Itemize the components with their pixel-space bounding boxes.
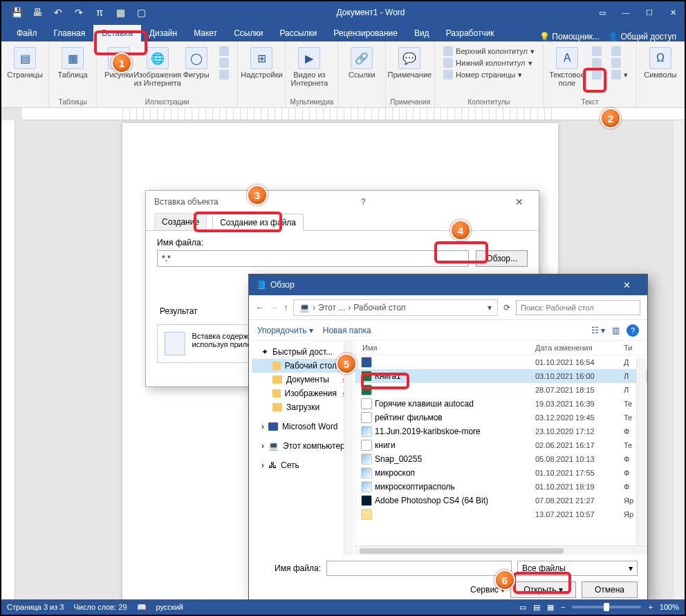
desktop-item[interactable]: Рабочий стол📌	[252, 359, 352, 373]
zoom-in-icon[interactable]: +	[648, 603, 652, 611]
shapes-button[interactable]: ◯Фигуры	[178, 44, 214, 79]
file-row[interactable]: микроскоптирасполь01.10.2021 18:19Ф	[355, 480, 647, 494]
screenshot-icon[interactable]: ▢	[131, 3, 151, 22]
close-icon[interactable]: ✕	[613, 280, 640, 290]
tab-create-from-file[interactable]: Создание из файла	[212, 214, 304, 231]
word-count[interactable]: Число слов: 29	[73, 603, 127, 611]
maximize-icon[interactable]: ☐	[638, 1, 661, 24]
new-folder-button[interactable]: Новая папка	[323, 326, 371, 335]
this-pc-item[interactable]: ›💻Этот компьютер	[252, 439, 352, 453]
view-options-icon[interactable]: ☷ ▾	[591, 326, 605, 335]
read-mode-icon[interactable]: ▭	[519, 603, 526, 612]
text-box-button[interactable]: AТекстовое поле	[548, 44, 586, 87]
smartart-button[interactable]	[216, 46, 232, 57]
screenshot-button[interactable]	[216, 69, 232, 80]
breadcrumb[interactable]: 💻›Этот ...›Рабочий стол▾	[293, 299, 498, 316]
comment-button[interactable]: 💬Примечание	[390, 44, 429, 79]
tree-scrollbar[interactable]	[344, 341, 353, 555]
tools-button[interactable]: Сервис ▾	[470, 585, 505, 595]
tell-me[interactable]: 💡 Помощник...	[539, 32, 600, 41]
file-scrollbar[interactable]	[636, 357, 646, 545]
tab-home[interactable]: Главная	[46, 25, 94, 41]
forward-icon[interactable]: →	[270, 303, 278, 312]
tab-review[interactable]: Рецензирование	[325, 25, 406, 41]
tab-developer[interactable]: Разработчик	[438, 25, 503, 41]
addins-button[interactable]: ⊞Надстройки	[242, 44, 281, 79]
minimize-icon[interactable]: —	[614, 1, 638, 24]
pictures-item[interactable]: Изображения📌	[252, 386, 352, 400]
file-list-header[interactable]: ИмяДата измененияТи	[355, 341, 647, 355]
browse-button[interactable]: Обзор...	[476, 250, 528, 267]
online-video-button[interactable]: ▶Видео из Интернета	[290, 44, 328, 87]
file-row[interactable]: Snap_0025505.08.2021 10:13Ф	[355, 452, 647, 466]
cancel-button[interactable]: Отмена	[582, 581, 638, 598]
share-button[interactable]: 👤 Общий доступ	[608, 32, 676, 41]
online-pictures-button[interactable]: 🌐Изображения из Интернета	[138, 44, 177, 87]
date-button[interactable]	[609, 57, 631, 68]
tab-create-new[interactable]: Создание	[154, 213, 207, 230]
page-number-button[interactable]: Номер страницы▾	[441, 69, 537, 80]
file-type-select[interactable]: Все файлы▾	[517, 561, 638, 576]
zoom-level[interactable]: 100%	[660, 603, 679, 611]
downloads-item[interactable]: Загрузки	[252, 400, 352, 414]
tab-view[interactable]: Вид	[406, 25, 438, 41]
close-icon[interactable]: ✕	[508, 196, 530, 207]
pages-button[interactable]: ▤Страницы	[6, 44, 44, 79]
object-button[interactable]: ▾	[609, 69, 631, 80]
filename-input[interactable]	[326, 561, 512, 576]
organize-button[interactable]: Упорядочить ▾	[257, 326, 313, 335]
filename-input[interactable]	[157, 250, 469, 267]
language-indicator[interactable]: русский	[156, 603, 183, 611]
equation-icon[interactable]: π	[90, 3, 109, 22]
preview-pane-icon[interactable]: ▥	[612, 326, 620, 335]
file-row[interactable]: Книга103.10.2021 16:00Л	[355, 369, 647, 383]
spell-check-icon[interactable]: 📖	[137, 603, 147, 612]
quick-parts-button[interactable]	[589, 46, 604, 57]
ribbon-options-icon[interactable]: ▭	[591, 1, 614, 24]
file-row[interactable]: 13.07.2021 10:57Яр	[355, 507, 647, 521]
back-icon[interactable]: ←	[256, 303, 264, 312]
chart-button[interactable]	[216, 57, 232, 68]
pictures-button[interactable]: 🖼Рисунки	[101, 44, 137, 79]
web-layout-icon[interactable]: ▦	[547, 603, 554, 612]
network-item[interactable]: ›🖧Сеть	[252, 458, 352, 472]
msword-item[interactable]: ›Microsoft Word	[252, 420, 352, 433]
help-icon[interactable]: ?	[361, 197, 366, 207]
file-hscrollbar[interactable]	[355, 545, 647, 555]
search-input[interactable]	[516, 300, 640, 315]
footer-button[interactable]: Нижний колонтитул▾	[441, 57, 537, 68]
print-icon[interactable]: 🖶	[28, 3, 47, 22]
table-button[interactable]: ▦Таблица	[53, 44, 92, 79]
file-row[interactable]: 11.Jun.2019-karibskoe-more23.10.2020 17:…	[355, 424, 647, 438]
quick-access-item[interactable]: ✦Быстрый дост...	[252, 345, 352, 359]
horizontal-ruler[interactable]	[22, 108, 685, 120]
undo-icon[interactable]: ↶	[48, 3, 68, 22]
tab-design[interactable]: Дизайн	[141, 25, 185, 41]
file-row[interactable]: рейтинг фильмов03.12.2020 19:45Те	[355, 411, 647, 424]
file-row[interactable]: книги02.06.2021 16:17Те	[355, 438, 647, 452]
zoom-slider[interactable]	[572, 606, 641, 608]
file-row[interactable]: Adobe Photoshop CS4 (64 Bit)07.08.2021 2…	[355, 494, 647, 507]
open-button[interactable]: Открыть ▾	[510, 581, 575, 598]
signature-button[interactable]	[609, 46, 631, 57]
page-indicator[interactable]: Страница 3 из 3	[7, 603, 64, 611]
header-button[interactable]: Верхний колонтитул▾	[441, 46, 537, 57]
close-icon[interactable]: ✕	[661, 1, 685, 24]
tab-references[interactable]: Ссылки	[225, 25, 271, 41]
tab-mailings[interactable]: Рассылки	[271, 25, 325, 41]
save-icon[interactable]: 💾	[7, 3, 26, 22]
help-icon[interactable]: ?	[627, 324, 639, 337]
documents-item[interactable]: Документы📌	[252, 373, 352, 386]
tab-insert[interactable]: Вставка	[93, 25, 141, 41]
file-row[interactable]: 28.07.2021 18:15Л	[355, 383, 647, 397]
file-row[interactable]: микроскоп01.10.2021 17:55Ф	[355, 466, 647, 480]
links-button[interactable]: 🔗Ссылки	[342, 44, 381, 79]
up-icon[interactable]: ↑	[284, 303, 288, 312]
vertical-ruler[interactable]	[1, 120, 15, 599]
tab-file[interactable]: Файл	[8, 25, 46, 41]
symbols-button[interactable]: ΩСимволы	[641, 44, 680, 79]
tab-layout[interactable]: Макет	[185, 25, 225, 41]
wordart-button[interactable]	[589, 57, 604, 68]
drop-cap-button[interactable]	[589, 69, 604, 80]
redo-icon[interactable]: ↷	[69, 3, 89, 22]
